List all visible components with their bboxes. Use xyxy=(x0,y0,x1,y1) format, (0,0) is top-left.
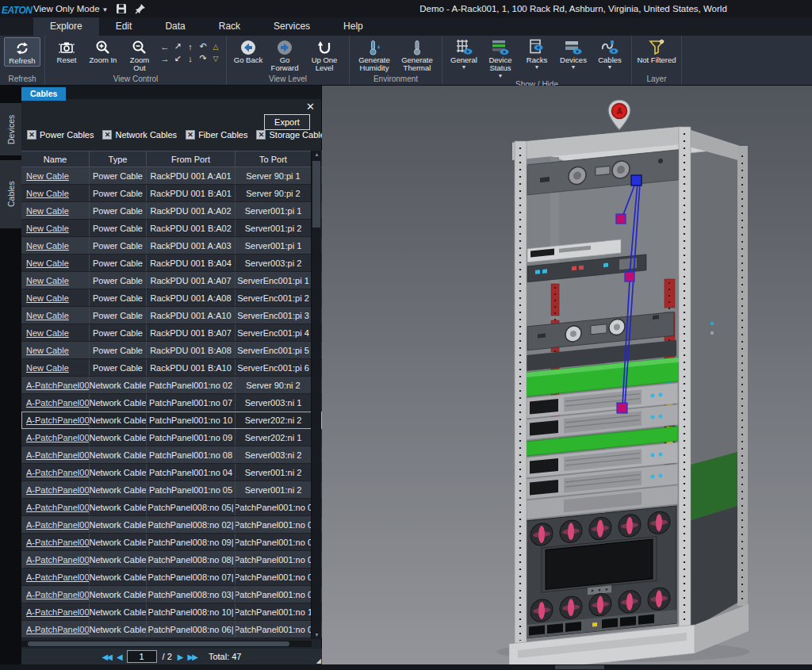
cable-name-link[interactable]: New Cable xyxy=(21,359,90,376)
cable-name-link[interactable]: New Cable xyxy=(21,220,90,236)
cable-name-link[interactable]: A-PatchPanel001:n xyxy=(21,377,90,393)
pin-icon[interactable] xyxy=(135,3,146,14)
scrollbar-thumb[interactable] xyxy=(312,161,320,228)
export-button[interactable]: Export xyxy=(264,114,310,130)
rotate-down-left-icon[interactable]: ↙ xyxy=(171,52,184,64)
table-row[interactable]: New CablePower CableRackPDU 001 B:A04Ser… xyxy=(21,255,322,272)
table-row[interactable]: A-PatchPanel008:nNetwork CablePatchPanel… xyxy=(21,586,322,603)
refresh-button[interactable]: Refresh xyxy=(4,37,40,67)
cable-name-link[interactable]: A-PatchPanel008:n xyxy=(21,499,90,515)
cable-endpoint-node-magenta[interactable] xyxy=(616,214,626,224)
table-row[interactable]: A-PatchPanel001:nNetwork CablePatchPanel… xyxy=(21,412,322,429)
table-row[interactable]: New CablePower CableRackPDU 001 B:A07Ser… xyxy=(21,324,322,342)
bottom-panel-handle[interactable] xyxy=(555,665,604,669)
table-row[interactable]: New CablePower CableRackPDU 001 B:A02Ser… xyxy=(21,220,322,237)
reset-button[interactable]: Reset xyxy=(49,37,84,65)
cable-endpoint-node-magenta[interactable] xyxy=(625,272,634,281)
resize-grip[interactable]: ◢ xyxy=(316,657,321,664)
dropdown-caret-icon[interactable]: ▼ xyxy=(534,64,540,70)
zoom-out-button[interactable]: Zoom Out xyxy=(122,37,157,74)
pan-down-icon[interactable]: ↓ xyxy=(184,52,197,64)
cable-name-link[interactable]: A-PatchPanel001:n xyxy=(21,464,90,480)
cable-name-link[interactable]: A-PatchPanel001:n xyxy=(21,412,90,428)
cable-name-link[interactable]: New Cable xyxy=(21,272,90,289)
table-row[interactable]: A-PatchPanel001:nNetwork CablePatchPanel… xyxy=(21,429,322,446)
table-row[interactable]: New CablePower CableRackPDU 001 B:A08Ser… xyxy=(21,342,322,359)
table-row[interactable]: A-PatchPanel008:nNetwork CablePatchPanel… xyxy=(21,569,322,586)
general-button[interactable]: General ▼ xyxy=(446,37,481,71)
cable-name-link[interactable]: A-PatchPanel008:n xyxy=(21,603,90,620)
tilt-up-icon[interactable]: △ xyxy=(209,40,222,52)
close-icon[interactable]: ✕ xyxy=(306,101,315,112)
table-row[interactable]: A-PatchPanel008:nNetwork CablePatchPanel… xyxy=(21,516,322,534)
next-page-button[interactable]: ▶ xyxy=(178,653,182,661)
table-row[interactable]: New CablePower CableRackPDU 001 B:A01Ser… xyxy=(21,185,322,202)
cable-name-link[interactable]: A-PatchPanel008:n xyxy=(21,586,90,603)
cable-name-link[interactable]: A-PatchPanel001:n xyxy=(21,394,90,411)
table-row[interactable]: A-PatchPanel008:nNetwork CablePatchPanel… xyxy=(21,551,322,569)
table-row[interactable]: A-PatchPanel001:nNetwork CablePatchPanel… xyxy=(21,446,322,464)
table-row[interactable]: A-PatchPanel008:nNetwork CablePatchPanel… xyxy=(21,603,322,621)
table-row[interactable]: New CablePower CableRackPDU 001 A:A07Ser… xyxy=(21,272,322,289)
generate-thermal-button[interactable]: Generate Thermal xyxy=(396,37,438,74)
cable-name-link[interactable]: A-PatchPanel008:n xyxy=(21,621,90,637)
table-row[interactable]: A-PatchPanel008:nNetwork CablePatchPanel… xyxy=(21,534,322,551)
go-forward-button[interactable]: Go Forward xyxy=(267,37,302,74)
rotate-cw-icon[interactable]: ↷ xyxy=(197,52,209,64)
dropdown-caret-icon[interactable]: ▼ xyxy=(498,73,504,78)
devices-button[interactable]: Devices ▼ xyxy=(556,37,591,71)
tab-rack[interactable]: Rack xyxy=(202,17,257,36)
cable-name-link[interactable]: New Cable xyxy=(21,167,90,184)
cables-button[interactable]: Cables ▼ xyxy=(592,37,627,71)
cable-name-link[interactable]: A-PatchPanel008:n xyxy=(21,516,90,533)
checkbox-checked-icon[interactable]: ✕ xyxy=(27,130,36,140)
cable-name-link[interactable]: New Cable xyxy=(21,307,90,324)
panel-tab-cables[interactable]: Cables xyxy=(21,87,66,101)
sidebar-item-cables[interactable]: Cables xyxy=(0,160,21,228)
table-row[interactable]: A-PatchPanel001:nNetwork CablePatchPanel… xyxy=(21,464,322,481)
cable-endpoint-node-magenta[interactable] xyxy=(617,403,627,413)
scroll-down-icon[interactable]: ▼ xyxy=(312,631,322,639)
up-one-level-button[interactable]: Up One Level xyxy=(304,37,345,74)
previous-page-button[interactable]: ◀ xyxy=(117,653,121,661)
table-row[interactable]: New CablePower CableRackPDU 001 A:A01Ser… xyxy=(21,167,322,185)
checkbox-checked-icon[interactable]: ✕ xyxy=(186,130,195,140)
dropdown-caret-icon[interactable]: ▼ xyxy=(607,64,613,70)
tilt-down-icon[interactable]: ▽ xyxy=(209,52,222,64)
table-row[interactable]: A-PatchPanel008:nNetwork CablePatchPanel… xyxy=(21,621,322,638)
checkbox-checked-icon[interactable]: ✕ xyxy=(102,130,112,140)
column-header-name[interactable]: Name xyxy=(21,151,90,167)
go-back-button[interactable]: Go Back xyxy=(231,37,266,65)
first-page-button[interactable]: ◀◀ xyxy=(102,653,110,661)
generate-humidity-button[interactable]: Generate Humidity xyxy=(354,37,395,74)
page-number-input[interactable] xyxy=(127,650,157,663)
tab-services[interactable]: Services xyxy=(257,17,327,36)
cable-name-link[interactable]: New Cable xyxy=(21,342,90,358)
rotate-up-right-icon[interactable]: ↗ xyxy=(171,40,184,52)
rotate-ccw-icon[interactable]: ↶ xyxy=(197,40,209,52)
rack-location-pin[interactable]: A xyxy=(608,100,630,130)
tab-edit[interactable]: Edit xyxy=(99,17,149,36)
device-status-button[interactable]: Device Status ▼ xyxy=(483,37,518,79)
sidebar-item-devices[interactable]: Devices xyxy=(0,103,21,155)
cable-name-link[interactable]: New Cable xyxy=(21,185,90,201)
pan-left-icon[interactable]: ← xyxy=(159,40,171,52)
pan-right-icon[interactable]: → xyxy=(159,52,171,64)
racks-button[interactable]: Racks ▼ xyxy=(519,37,554,71)
cable-name-link[interactable]: New Cable xyxy=(21,255,90,271)
cable-name-link[interactable]: A-PatchPanel001:n xyxy=(21,481,90,498)
table-row[interactable]: New CablePower CableRackPDU 001 A:A08Ser… xyxy=(21,289,322,307)
column-header-to-port[interactable]: To Port xyxy=(236,151,311,167)
cable-endpoint-node-blue[interactable] xyxy=(631,175,642,186)
save-icon[interactable] xyxy=(116,3,127,14)
column-header-from-port[interactable]: From Port xyxy=(147,151,236,167)
horizontal-scrollbar[interactable] xyxy=(21,641,312,647)
filter-network-cables[interactable]: ✕ Network Cables xyxy=(102,130,177,140)
rack-3d-viewport[interactable]: A xyxy=(322,86,812,664)
cable-name-link[interactable]: New Cable xyxy=(21,324,90,341)
tab-data[interactable]: Data xyxy=(148,17,201,36)
table-row[interactable]: New CablePower CableRackPDU 001 B:A10Ser… xyxy=(21,359,322,377)
dropdown-caret-icon[interactable]: ▼ xyxy=(462,64,467,70)
pan-up-icon[interactable]: ↑ xyxy=(184,40,197,52)
table-row[interactable]: A-PatchPanel001:nNetwork CablePatchPanel… xyxy=(21,394,322,412)
